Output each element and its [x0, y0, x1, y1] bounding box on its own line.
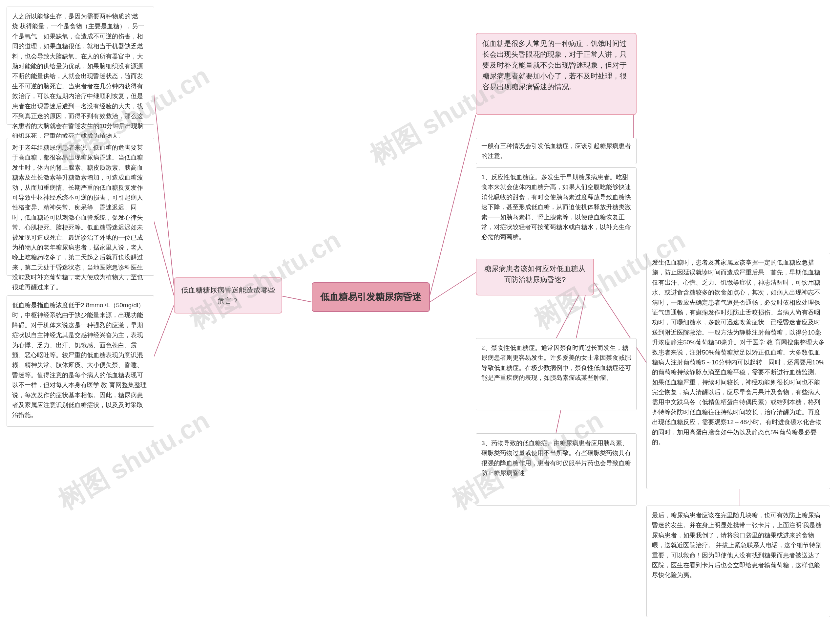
- right-content-reactive: 1、反应性低血糖症。多发生于早期糖尿病患者。吃甜食本来就会使体内血糖升高，如果人…: [476, 167, 637, 259]
- left-content-3: 低血糖是指血糖浓度低于2.8mmol/L（50mg/dl）时，中枢神经系统由于缺…: [6, 295, 154, 427]
- left-question-text: 低血糖糖尿病昏迷能造成哪些危害？: [181, 285, 275, 306]
- left-content-1: 人之所以能够生存，是因为需要两种物质的'燃烧'获得能量，一个是食物（主要是血糖）…: [6, 6, 154, 125]
- left-content-2: 对于老年组糖尿病患者来说，低血糖的危害要甚于高血糖，都很容易出现糖尿病昏迷。当低…: [6, 138, 154, 276]
- svg-line-4: [151, 210, 174, 295]
- svg-line-1: [430, 115, 476, 295]
- right-content-emergency-text: 发生低血糖时，患者及其家属应该掌握一定的低血糖应急措施，防止因延误就诊时间而造成…: [652, 259, 824, 446]
- right-content-intro-text: 一般有三种情况会引发低血糖症，应该引起糖尿病患者的注意。: [481, 141, 631, 161]
- right-content-fasting: 2、禁食性低血糖症。通常因禁食时间过长而发生，糖尿病患者则更容易发生。许多爱美的…: [476, 338, 637, 410]
- central-node-text: 低血糖易引发糖尿病昏迷: [320, 290, 421, 303]
- left-content-1-text: 人之所以能够生存，是因为需要两种物质的'燃烧'获得能量，一个是食物（主要是血糖）…: [12, 13, 145, 140]
- mind-map-canvas: 树图 shutu.cn 树图 shutu.cn 树图 shutu.cn 树图 s…: [0, 0, 840, 627]
- right-question-2-text: 糖尿病患者该如何应对低血糖从而防治糖尿病昏迷?: [482, 263, 587, 285]
- svg-line-2: [430, 273, 476, 302]
- right-content-intro: 一般有三种情况会引发低血糖症，应该引起糖尿病患者的注意。: [476, 138, 637, 164]
- left-content-3-text: 低血糖是指血糖浓度低于2.8mmol/L（50mg/dl）时，中枢神经系统由于缺…: [12, 302, 147, 418]
- right-content-card-text: 最后，糖尿病患者应该在完里随几块糖，也可有效防止糖尿病昏迷的发生。并在身上明显处…: [652, 512, 822, 578]
- right-content-drug: 3、药物导致的低血糖症。由糖尿病患者应用胰岛素、磺脲类药物过量或使用不当所致。有…: [476, 433, 637, 506]
- right-question-1-text: 低血糖是很多人常见的一种病症，饥饿时间过长会出现头昏眼花的现象，对于正常人讲，只…: [482, 39, 627, 91]
- svg-line-3: [151, 66, 174, 285]
- svg-line-0: [279, 295, 312, 302]
- right-content-drug-text: 3、药物导致的低血糖症。由糖尿病患者应用胰岛素、磺脲类药物过量或使用不当所致。有…: [481, 440, 631, 476]
- left-question-node: 低血糖糖尿病昏迷能造成哪些危害？: [174, 277, 282, 314]
- right-content-card: 最后，糖尿病患者应该在完里随几块糖，也可有效防止糖尿病昏迷的发生。并在身上明显处…: [647, 506, 830, 617]
- right-question-1: 低血糖是很多人常见的一种病症，饥饿时间过长会出现头昏眼花的现象，对于正常人讲，只…: [476, 33, 637, 115]
- central-node: 低血糖易引发糖尿病昏迷: [312, 282, 430, 312]
- right-content-reactive-text: 1、反应性低血糖症。多发生于早期糖尿病患者。吃甜食本来就会使体内血糖升高，如果人…: [481, 174, 631, 240]
- svg-line-5: [151, 305, 174, 364]
- right-content-fasting-text: 2、禁食性低血糖症。通常因禁食时间过长而发生，糖尿病患者则更容易发生。许多爱美的…: [481, 344, 631, 381]
- left-content-2-text: 对于老年组糖尿病患者来说，低血糖的危害要甚于高血糖，都很容易出现糖尿病昏迷。当低…: [12, 144, 143, 290]
- right-content-emergency: 发生低血糖时，患者及其家属应该掌握一定的低血糖应急措施，防止因延误就诊时间而造成…: [647, 253, 830, 489]
